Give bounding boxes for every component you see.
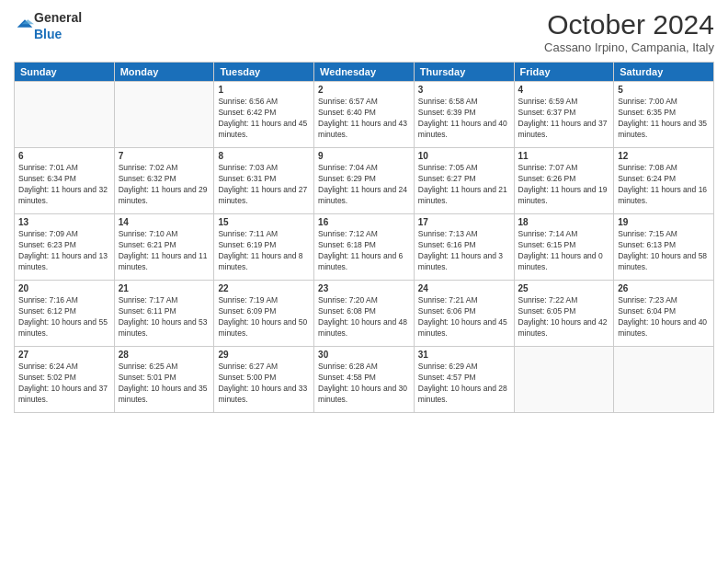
day-info: Sunrise: 6:56 AM Sunset: 6:42 PM Dayligh… [218,97,310,141]
month-year-title: October 2024 [544,9,714,40]
day-info: Sunrise: 7:05 AM Sunset: 6:27 PM Dayligh… [418,163,510,207]
day-info: Sunrise: 7:08 AM Sunset: 6:24 PM Dayligh… [618,163,710,207]
day-number: 6 [18,151,110,161]
day-number: 18 [518,217,610,227]
cell-w4-d4: 23Sunrise: 7:20 AM Sunset: 6:08 PM Dayli… [314,281,415,347]
day-info: Sunrise: 7:10 AM Sunset: 6:21 PM Dayligh… [119,229,210,273]
day-info: Sunrise: 6:25 AM Sunset: 5:01 PM Dayligh… [119,362,210,406]
title-block: October 2024 Cassano Irpino, Campania, I… [544,9,714,54]
cell-w2-d5: 10Sunrise: 7:05 AM Sunset: 6:27 PM Dayli… [414,148,514,214]
cell-w5-d3: 29Sunrise: 6:27 AM Sunset: 5:00 PM Dayli… [214,347,314,413]
week-row-3: 13Sunrise: 7:09 AM Sunset: 6:23 PM Dayli… [15,214,714,281]
day-number: 28 [119,350,210,360]
day-info: Sunrise: 7:01 AM Sunset: 6:34 PM Dayligh… [18,163,110,207]
logo-blue: Blue [34,27,62,41]
day-number: 5 [618,85,710,95]
header: General Blue October 2024 Cassano Irpino… [14,9,714,54]
day-number: 3 [418,85,510,95]
day-info: Sunrise: 6:29 AM Sunset: 4:57 PM Dayligh… [418,362,510,406]
cell-w3-d3: 15Sunrise: 7:11 AM Sunset: 6:19 PM Dayli… [214,214,314,281]
cell-w3-d7: 19Sunrise: 7:15 AM Sunset: 6:13 PM Dayli… [614,214,714,281]
day-info: Sunrise: 7:03 AM Sunset: 6:31 PM Dayligh… [218,163,310,207]
cell-w1-d1 [15,82,115,148]
day-number: 8 [218,151,310,161]
day-info: Sunrise: 6:28 AM Sunset: 4:58 PM Dayligh… [318,362,410,406]
header-row: Sunday Monday Tuesday Wednesday Thursday… [15,63,714,82]
logo: General Blue [14,9,82,42]
logo-icon [16,17,34,35]
day-info: Sunrise: 7:11 AM Sunset: 6:19 PM Dayligh… [218,229,310,273]
day-number: 14 [119,217,210,227]
cell-w2-d3: 8Sunrise: 7:03 AM Sunset: 6:31 PM Daylig… [214,148,314,214]
cell-w1-d6: 4Sunrise: 6:59 AM Sunset: 6:37 PM Daylig… [514,82,614,148]
day-number: 15 [218,217,310,227]
week-row-4: 20Sunrise: 7:16 AM Sunset: 6:12 PM Dayli… [15,281,714,347]
day-number: 13 [18,217,110,227]
day-info: Sunrise: 7:00 AM Sunset: 6:35 PM Dayligh… [618,97,710,141]
cell-w3-d5: 17Sunrise: 7:13 AM Sunset: 6:16 PM Dayli… [414,214,514,281]
day-number: 1 [218,85,310,95]
day-number: 27 [18,350,110,360]
day-info: Sunrise: 7:07 AM Sunset: 6:26 PM Dayligh… [518,163,610,207]
day-info: Sunrise: 7:16 AM Sunset: 6:12 PM Dayligh… [18,295,110,339]
cell-w1-d4: 2Sunrise: 6:57 AM Sunset: 6:40 PM Daylig… [314,82,415,148]
logo-general: General [34,10,82,25]
cell-w4-d7: 26Sunrise: 7:23 AM Sunset: 6:04 PM Dayli… [614,281,714,347]
day-info: Sunrise: 7:21 AM Sunset: 6:06 PM Dayligh… [418,295,510,339]
day-info: Sunrise: 6:57 AM Sunset: 6:40 PM Dayligh… [318,97,410,141]
cell-w1-d3: 1Sunrise: 6:56 AM Sunset: 6:42 PM Daylig… [214,82,314,148]
cell-w5-d2: 28Sunrise: 6:25 AM Sunset: 5:01 PM Dayli… [114,347,214,413]
page: General Blue October 2024 Cassano Irpino… [0,0,728,563]
day-number: 16 [318,217,410,227]
cell-w2-d4: 9Sunrise: 7:04 AM Sunset: 6:29 PM Daylig… [314,148,415,214]
week-row-5: 27Sunrise: 6:24 AM Sunset: 5:02 PM Dayli… [15,347,714,413]
day-info: Sunrise: 7:23 AM Sunset: 6:04 PM Dayligh… [618,295,710,339]
cell-w3-d1: 13Sunrise: 7:09 AM Sunset: 6:23 PM Dayli… [15,214,115,281]
cell-w4-d3: 22Sunrise: 7:19 AM Sunset: 6:09 PM Dayli… [214,281,314,347]
cell-w1-d5: 3Sunrise: 6:58 AM Sunset: 6:39 PM Daylig… [414,82,514,148]
day-number: 23 [318,283,410,293]
day-number: 21 [119,283,210,293]
col-sunday: Sunday [15,63,115,82]
cell-w5-d6 [514,347,614,413]
cell-w3-d2: 14Sunrise: 7:10 AM Sunset: 6:21 PM Dayli… [114,214,214,281]
day-number: 24 [418,283,510,293]
location-subtitle: Cassano Irpino, Campania, Italy [544,40,714,54]
cell-w2-d2: 7Sunrise: 7:02 AM Sunset: 6:32 PM Daylig… [114,148,214,214]
cell-w2-d1: 6Sunrise: 7:01 AM Sunset: 6:34 PM Daylig… [15,148,115,214]
cell-w5-d7 [614,347,714,413]
day-number: 12 [618,151,710,161]
day-info: Sunrise: 7:17 AM Sunset: 6:11 PM Dayligh… [119,295,210,339]
day-info: Sunrise: 7:09 AM Sunset: 6:23 PM Dayligh… [18,229,110,273]
cell-w5-d1: 27Sunrise: 6:24 AM Sunset: 5:02 PM Dayli… [15,347,115,413]
day-info: Sunrise: 7:14 AM Sunset: 6:15 PM Dayligh… [518,229,610,273]
day-info: Sunrise: 6:58 AM Sunset: 6:39 PM Dayligh… [418,97,510,141]
col-tuesday: Tuesday [214,63,314,82]
day-info: Sunrise: 7:12 AM Sunset: 6:18 PM Dayligh… [318,229,410,273]
cell-w2-d6: 11Sunrise: 7:07 AM Sunset: 6:26 PM Dayli… [514,148,614,214]
cell-w4-d1: 20Sunrise: 7:16 AM Sunset: 6:12 PM Dayli… [15,281,115,347]
day-number: 25 [518,283,610,293]
day-number: 22 [218,283,310,293]
day-number: 31 [418,350,510,360]
col-friday: Friday [514,63,614,82]
week-row-2: 6Sunrise: 7:01 AM Sunset: 6:34 PM Daylig… [15,148,714,214]
day-number: 19 [618,217,710,227]
col-monday: Monday [114,63,214,82]
day-number: 30 [318,350,410,360]
day-info: Sunrise: 7:02 AM Sunset: 6:32 PM Dayligh… [119,163,210,207]
day-number: 10 [418,151,510,161]
cell-w4-d2: 21Sunrise: 7:17 AM Sunset: 6:11 PM Dayli… [114,281,214,347]
cell-w4-d5: 24Sunrise: 7:21 AM Sunset: 6:06 PM Dayli… [414,281,514,347]
cell-w3-d6: 18Sunrise: 7:14 AM Sunset: 6:15 PM Dayli… [514,214,614,281]
week-row-1: 1Sunrise: 6:56 AM Sunset: 6:42 PM Daylig… [15,82,714,148]
day-info: Sunrise: 7:20 AM Sunset: 6:08 PM Dayligh… [318,295,410,339]
day-number: 11 [518,151,610,161]
day-info: Sunrise: 7:19 AM Sunset: 6:09 PM Dayligh… [218,295,310,339]
day-number: 4 [518,85,610,95]
day-number: 2 [318,85,410,95]
cell-w3-d4: 16Sunrise: 7:12 AM Sunset: 6:18 PM Dayli… [314,214,415,281]
day-info: Sunrise: 6:27 AM Sunset: 5:00 PM Dayligh… [218,362,310,406]
day-number: 26 [618,283,710,293]
day-number: 29 [218,350,310,360]
